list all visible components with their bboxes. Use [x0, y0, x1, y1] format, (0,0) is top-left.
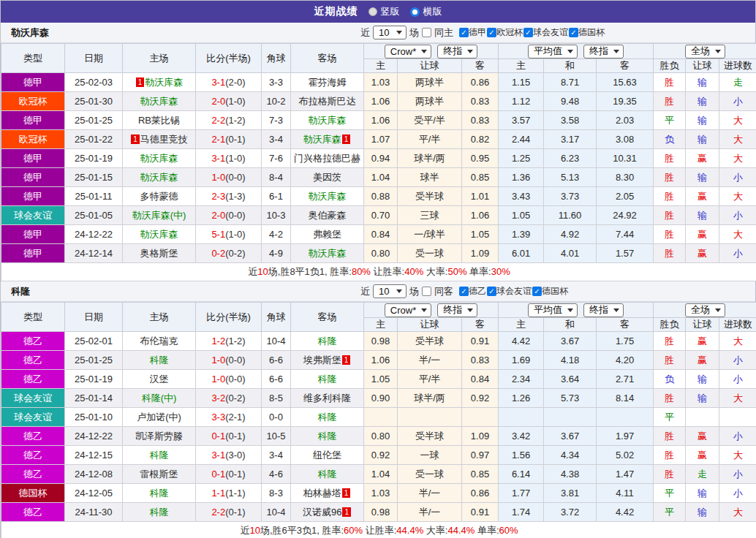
league-checkbox[interactable]: ✓ [459, 287, 469, 296]
match-date: 25-01-10 [65, 408, 123, 427]
summary-text-segment: 大率: [423, 266, 447, 277]
average-select[interactable]: 平均值 [528, 45, 578, 58]
handicap-line [398, 408, 462, 427]
subcol-avg-away: 客 [597, 59, 654, 73]
summary-text-segment: 10 [249, 525, 260, 536]
league-type-cell: 德甲 [1, 73, 65, 92]
league-type-cell: 球会友谊 [1, 206, 65, 225]
winlose-result: 胜 [654, 465, 686, 484]
handicap-result: 输 [686, 484, 719, 503]
league-type-cell: 欧冠杯 [1, 92, 65, 111]
corner-count: 4-9 [262, 244, 291, 263]
match-row: 德甲25-01-11多特蒙德2-3(1-3)6-1勒沃库森0.88受半球1.01… [1, 187, 756, 206]
handicap-home-odds: 1.06 [364, 92, 398, 111]
summary-text-segment: 60% [499, 525, 518, 536]
league-checkbox[interactable]: ✓ [487, 28, 496, 37]
fulltime-score: 5-1 [211, 229, 225, 240]
away-team-name: 柏林赫塔 [303, 488, 341, 499]
final-odds-select-handicap[interactable]: 终指 [437, 45, 477, 58]
winlose-result: 胜 [654, 332, 686, 351]
home-team-cell: 奥格斯堡 [123, 244, 196, 263]
match-row: 德乙24-12-22凯泽斯劳滕0-1(0-1)10-5科隆0.80受半球1.09… [1, 427, 756, 446]
goals-result: 大 [719, 149, 756, 168]
halftime-score: (1-2) [225, 115, 245, 126]
match-date: 24-12-22 [65, 427, 123, 446]
match-date: 25-02-03 [65, 73, 123, 92]
handicap-line: 球半/两 [398, 149, 462, 168]
home-team-name: 勒沃库森 [140, 96, 178, 107]
same-side-checkbox[interactable] [422, 28, 431, 37]
odds-source-select[interactable]: Crow* [385, 303, 431, 317]
avg-draw-odds: 3.81 [544, 484, 597, 503]
radio-icon[interactable] [368, 7, 377, 16]
avg-draw-odds: 9.48 [544, 92, 597, 111]
average-select[interactable]: 平均值 [528, 303, 578, 317]
filter-controls: 近 10 场 同客 ✓德乙✓球会友谊✓德国杯 [360, 284, 569, 298]
avg-home-odds: 1.36 [499, 168, 544, 187]
winlose-result: 胜 [654, 351, 686, 370]
layout-option-horizontal[interactable]: 横版 [410, 5, 442, 18]
subcol-handicap-home: 主 [364, 318, 398, 332]
away-team-name: 布拉格斯巴达 [299, 96, 356, 107]
filter-controls: 近 10 场 同主 ✓德甲✓欧冠杯✓球会友谊✓德国杯 [360, 26, 605, 39]
goals-result: 小 [719, 484, 756, 503]
summary-text-segment: 场,胜6平3负1, 胜率: [260, 525, 344, 536]
league-checkbox[interactable]: ✓ [459, 28, 469, 37]
results-table: 类型 日期 主场 比分(半场) 角球 客场 Crow* 终指 平均值 终指 [1, 302, 756, 538]
radio-icon[interactable] [410, 7, 420, 17]
handicap-away-odds: 0.82 [462, 130, 499, 149]
summary-text-segment: 单率: [466, 266, 491, 277]
subcol-winlose: 胜负 [654, 318, 686, 332]
avg-draw-odds: 4.38 [544, 465, 597, 484]
league-type-cell: 德乙 [1, 465, 65, 484]
final-odds-select-average[interactable]: 终指 [583, 303, 624, 317]
final-odds-value: 终指 [589, 45, 608, 58]
match-date: 25-01-30 [65, 92, 123, 111]
final-odds-select-handicap[interactable]: 终指 [437, 303, 477, 317]
avg-away-odds: 1.47 [597, 465, 654, 484]
avg-home-odds: 1.74 [499, 503, 544, 522]
handicap-line: 平/半 [398, 130, 462, 149]
games-count-select[interactable]: 10 [373, 26, 407, 39]
subcol-avg-home: 主 [499, 318, 544, 332]
match-scope-select[interactable]: 全场 [685, 45, 725, 58]
winlose-result: 平 [654, 408, 686, 427]
handicap-away-odds: 0.95 [462, 149, 499, 168]
match-row: 德乙25-01-19汉堡1-0(0-0)6-6科隆1.05平/半0.842.34… [1, 370, 756, 389]
avg-home-odds: 4.42 [499, 332, 544, 351]
away-team-cell: 纽伦堡 [291, 446, 364, 465]
avg-draw-odds: 8.71 [544, 73, 597, 92]
halftime-score: (0-0) [225, 210, 245, 221]
handicap-result: 输 [686, 206, 719, 225]
league-type-cell: 德甲 [1, 225, 65, 244]
league-checkbox[interactable]: ✓ [532, 287, 542, 296]
games-count-select[interactable]: 10 [373, 284, 407, 298]
handicap-home-odds: 1.03 [364, 484, 398, 503]
final-odds-select-average[interactable]: 终指 [583, 45, 624, 58]
match-scope-select[interactable]: 全场 [685, 303, 725, 317]
league-type-cell: 球会友谊 [1, 389, 65, 408]
handicap-line: 受平/半 [398, 111, 462, 130]
handicap-away-odds: 0.85 [462, 465, 499, 484]
avg-home-odds: 1.56 [499, 446, 544, 465]
handicap-group-header: Crow* 终指 [364, 44, 499, 59]
league-checkbox[interactable]: ✓ [523, 28, 533, 37]
final-odds-value: 终指 [443, 45, 462, 58]
home-team-name: 科隆(中) [142, 393, 177, 404]
match-row: 德乙24-12-08雷根斯堡0-1(0-1)4-6科隆1.04受一球0.856.… [1, 465, 756, 484]
away-team-name: 科隆 [318, 374, 337, 384]
league-checkbox[interactable]: ✓ [487, 287, 496, 296]
fulltime-score: 2-1 [211, 134, 225, 145]
handicap-line: 受一球 [398, 465, 462, 484]
same-side-checkbox[interactable] [422, 287, 431, 296]
handicap-line: 三球 [398, 206, 462, 225]
odds-source-select[interactable]: Crow* [385, 45, 431, 58]
halftime-score: (1-0) [225, 153, 245, 164]
score-cell: 2-1(0-1) [196, 130, 262, 149]
goals-result: 小 [719, 465, 756, 484]
league-checkbox[interactable]: ✓ [569, 28, 578, 37]
radio-label: 横版 [423, 5, 442, 18]
league-type-cell: 德甲 [1, 168, 65, 187]
summary-text-segment: 让胜率: [363, 525, 396, 536]
layout-option-vertical[interactable]: 竖版 [368, 5, 400, 18]
